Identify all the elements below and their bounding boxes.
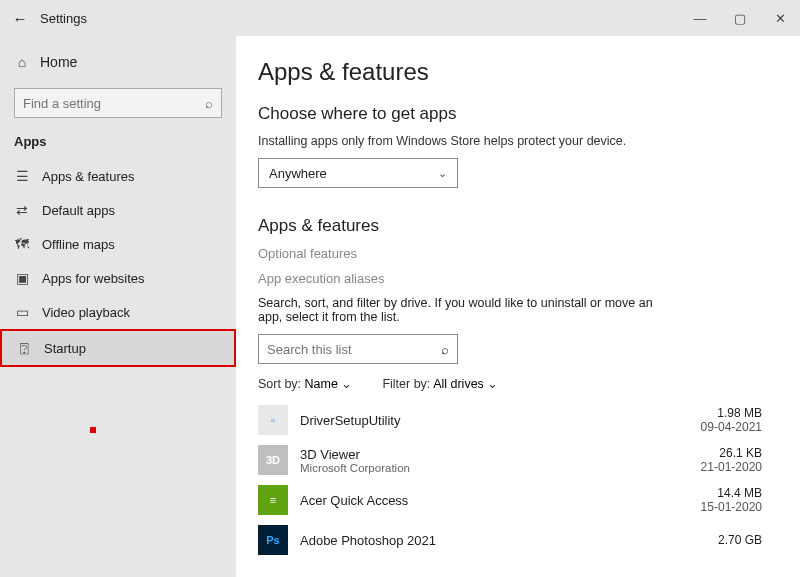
execution-aliases-link[interactable]: App execution aliases xyxy=(258,271,762,286)
annotation-dot xyxy=(90,427,96,433)
app-name: DriverSetupUtility xyxy=(300,413,689,428)
search-icon: ⌕ xyxy=(205,96,213,111)
sidebar-item-offline-maps[interactable]: 🗺 Offline maps xyxy=(0,227,236,261)
app-size: 14.4 MB xyxy=(701,486,762,500)
window-title: Settings xyxy=(40,11,87,26)
app-size: 26.1 KB xyxy=(701,446,762,460)
app-name: Acer Quick Access xyxy=(300,493,689,508)
app-row[interactable]: 3D3D ViewerMicrosoft Corporation26.1 KB2… xyxy=(258,445,762,475)
default-apps-icon: ⇄ xyxy=(14,202,30,218)
app-list-search[interactable]: ⌕ xyxy=(258,334,458,364)
app-info: Adobe Photoshop 2021 xyxy=(300,533,706,548)
sidebar-item-default-apps[interactable]: ⇄ Default apps xyxy=(0,193,236,227)
main-content: Apps & features Choose where to get apps… xyxy=(236,36,800,577)
filter-by[interactable]: Filter by: All drives ⌄ xyxy=(382,376,498,391)
choose-heading: Choose where to get apps xyxy=(258,104,762,124)
video-playback-icon: ▭ xyxy=(14,304,30,320)
app-icon: ≡ xyxy=(258,485,288,515)
search-description: Search, sort, and filter by drive. If yo… xyxy=(258,296,678,324)
app-list: ▫DriverSetupUtility1.98 MB09-04-20213D3D… xyxy=(258,405,762,555)
sidebar-item-label: Apps & features xyxy=(42,169,135,184)
sidebar-item-startup[interactable]: ⍰ Startup xyxy=(0,329,236,367)
sidebar-item-label: Offline maps xyxy=(42,237,115,252)
app-source-dropdown[interactable]: Anywhere ⌄ xyxy=(258,158,458,188)
chevron-down-icon: ⌄ xyxy=(341,377,352,391)
home-label: Home xyxy=(40,54,77,70)
app-icon: ▫ xyxy=(258,405,288,435)
titlebar: ← Settings — ▢ ✕ xyxy=(0,0,800,36)
sidebar-category: Apps xyxy=(0,128,236,159)
app-row[interactable]: ▫DriverSetupUtility1.98 MB09-04-2021 xyxy=(258,405,762,435)
app-info: 3D ViewerMicrosoft Corporation xyxy=(300,447,689,474)
settings-search-input[interactable] xyxy=(23,96,205,111)
home-link[interactable]: ⌂ Home xyxy=(0,46,236,78)
app-info: DriverSetupUtility xyxy=(300,413,689,428)
dropdown-value: Anywhere xyxy=(269,166,327,181)
settings-search[interactable]: ⌕ xyxy=(14,88,222,118)
app-icon: Ps xyxy=(258,525,288,555)
sidebar-item-label: Video playback xyxy=(42,305,130,320)
sidebar-item-apps-features[interactable]: ☰ Apps & features xyxy=(0,159,236,193)
app-size: 1.98 MB xyxy=(701,406,762,420)
optional-features-link[interactable]: Optional features xyxy=(258,246,762,261)
app-row[interactable]: ≡Acer Quick Access14.4 MB15-01-2020 xyxy=(258,485,762,515)
app-meta: 14.4 MB15-01-2020 xyxy=(701,486,762,514)
window-controls: — ▢ ✕ xyxy=(680,11,800,26)
sidebar-item-label: Apps for websites xyxy=(42,271,145,286)
minimize-icon[interactable]: — xyxy=(680,11,720,26)
home-icon: ⌂ xyxy=(14,54,30,70)
app-meta: 1.98 MB09-04-2021 xyxy=(701,406,762,434)
app-icon: 3D xyxy=(258,445,288,475)
app-date: 21-01-2020 xyxy=(701,460,762,474)
app-meta: 26.1 KB21-01-2020 xyxy=(701,446,762,474)
chevron-down-icon: ⌄ xyxy=(438,167,447,180)
app-publisher: Microsoft Corporation xyxy=(300,462,689,474)
chevron-down-icon: ⌄ xyxy=(487,377,498,391)
app-name: 3D Viewer xyxy=(300,447,689,462)
apps-features-icon: ☰ xyxy=(14,168,30,184)
app-date: 09-04-2021 xyxy=(701,420,762,434)
sort-by[interactable]: Sort by: Name ⌄ xyxy=(258,376,352,391)
back-icon[interactable]: ← xyxy=(0,10,40,27)
sidebar-item-video-playback[interactable]: ▭ Video playback xyxy=(0,295,236,329)
maximize-icon[interactable]: ▢ xyxy=(720,11,760,26)
offline-maps-icon: 🗺 xyxy=(14,236,30,252)
startup-icon: ⍰ xyxy=(16,340,32,356)
app-name: Adobe Photoshop 2021 xyxy=(300,533,706,548)
apps-features-heading: Apps & features xyxy=(258,216,762,236)
app-info: Acer Quick Access xyxy=(300,493,689,508)
sidebar: ⌂ Home ⌕ Apps ☰ Apps & features ⇄ Defaul… xyxy=(0,36,236,577)
app-date: 15-01-2020 xyxy=(701,500,762,514)
sidebar-item-label: Startup xyxy=(44,341,86,356)
app-list-search-input[interactable] xyxy=(267,342,441,357)
sort-filter-row: Sort by: Name ⌄ Filter by: All drives ⌄ xyxy=(258,376,762,391)
search-icon: ⌕ xyxy=(441,342,449,357)
app-size: 2.70 GB xyxy=(718,533,762,547)
choose-hint: Installing apps only from Windows Store … xyxy=(258,134,762,148)
close-icon[interactable]: ✕ xyxy=(760,11,800,26)
app-row[interactable]: PsAdobe Photoshop 20212.70 GB xyxy=(258,525,762,555)
sidebar-item-label: Default apps xyxy=(42,203,115,218)
sidebar-item-apps-websites[interactable]: ▣ Apps for websites xyxy=(0,261,236,295)
app-meta: 2.70 GB xyxy=(718,533,762,547)
apps-websites-icon: ▣ xyxy=(14,270,30,286)
page-title: Apps & features xyxy=(258,58,762,86)
